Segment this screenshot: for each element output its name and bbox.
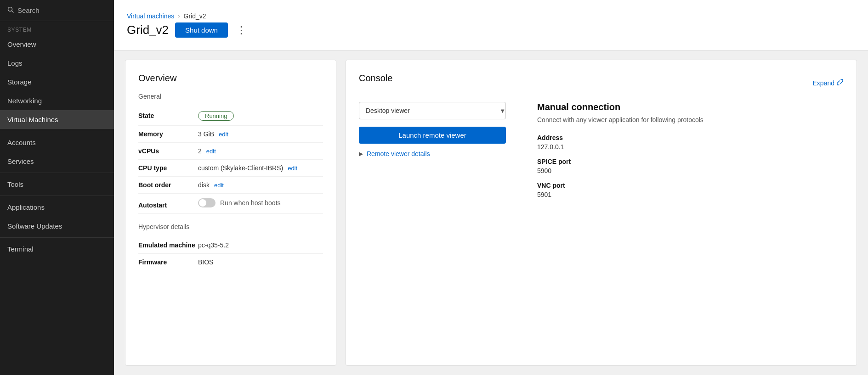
vcpus-value: 2 edit bbox=[198, 147, 216, 155]
state-label: State bbox=[138, 112, 198, 119]
shutdown-button[interactable]: Shut down bbox=[175, 22, 228, 38]
more-options-icon[interactable]: ⋮ bbox=[234, 22, 248, 38]
emulated-machine-row: Emulated machine pc-q35-5.2 bbox=[138, 237, 323, 254]
boot-order-value-text: disk bbox=[198, 181, 210, 189]
breadcrumb-separator: › bbox=[178, 12, 180, 19]
console-card-title: Console bbox=[359, 73, 392, 84]
cpu-type-row: CPU type custom (Skylake-Client-IBRS) ed… bbox=[138, 160, 323, 177]
vnc-port-label: VNC port bbox=[537, 182, 844, 189]
boot-order-value: disk edit bbox=[198, 181, 224, 189]
overview-card-title: Overview bbox=[138, 73, 323, 84]
cpu-type-value-text: custom (Skylake-Client-IBRS) bbox=[198, 164, 283, 172]
viewer-select[interactable]: Desktop viewer bbox=[359, 102, 506, 119]
search-bar[interactable]: Search bbox=[0, 0, 114, 21]
general-section-label: General bbox=[138, 93, 323, 100]
vcpus-edit-link[interactable]: edit bbox=[206, 148, 216, 155]
breadcrumb-current: Grid_v2 bbox=[184, 12, 206, 20]
hypervisor-section-label: Hypervisor details bbox=[138, 223, 323, 230]
expand-button[interactable]: Expand bbox=[813, 78, 844, 87]
boot-order-edit-link[interactable]: edit bbox=[214, 182, 224, 189]
sidebar-divider-1 bbox=[0, 131, 114, 131]
autostart-toggle-label: Run when host boots bbox=[220, 199, 281, 207]
manual-connection-desc: Connect with any viewer application for … bbox=[537, 115, 844, 125]
sidebar-divider-2 bbox=[0, 173, 114, 173]
cpu-type-edit-link[interactable]: edit bbox=[288, 165, 297, 172]
sidebar-item-accounts[interactable]: Accounts bbox=[0, 133, 114, 152]
sidebar-item-storage[interactable]: Storage bbox=[0, 73, 114, 91]
memory-label: Memory bbox=[138, 130, 198, 138]
console-body: Desktop viewer ▼ Launch remote viewer ▶ … bbox=[359, 102, 844, 206]
emulated-machine-label: Emulated machine bbox=[138, 241, 198, 249]
cpu-type-value: custom (Skylake-Client-IBRS) edit bbox=[198, 164, 297, 172]
spice-port-field: SPICE port 5900 bbox=[537, 158, 844, 174]
sidebar-item-networking[interactable]: Networking bbox=[0, 91, 114, 110]
state-value: Running bbox=[198, 111, 234, 121]
expand-icon bbox=[836, 78, 844, 87]
cpu-type-label: CPU type bbox=[138, 164, 198, 172]
search-label: Search bbox=[17, 6, 40, 14]
chevron-right-icon: ▶ bbox=[359, 151, 363, 157]
sidebar: Search System Overview Logs Storage Netw… bbox=[0, 0, 114, 375]
autostart-label: Autostart bbox=[138, 201, 198, 209]
vcpus-label: vCPUs bbox=[138, 147, 198, 155]
manual-connection-title: Manual connection bbox=[537, 102, 844, 112]
content-area: Overview General State Running Memory 3 … bbox=[114, 50, 868, 375]
viewer-select-wrapper: Desktop viewer ▼ bbox=[359, 102, 511, 119]
memory-value: 3 GiB edit bbox=[198, 130, 228, 138]
sidebar-item-tools[interactable]: Tools bbox=[0, 175, 114, 194]
sidebar-item-software-updates[interactable]: Software Updates bbox=[0, 217, 114, 235]
spice-port-value: 5900 bbox=[537, 167, 844, 174]
boot-order-row: Boot order disk edit bbox=[138, 177, 323, 194]
system-section-label: System bbox=[0, 21, 114, 35]
page-header: Virtual machines › Grid_v2 Grid_v2 Shut … bbox=[114, 0, 868, 50]
overview-card: Overview General State Running Memory 3 … bbox=[125, 60, 336, 366]
sidebar-item-terminal[interactable]: Terminal bbox=[0, 240, 114, 258]
firmware-value: BIOS bbox=[198, 258, 213, 266]
sidebar-item-overview[interactable]: Overview bbox=[0, 35, 114, 54]
expand-label: Expand bbox=[813, 79, 834, 87]
emulated-machine-value: pc-q35-5.2 bbox=[198, 241, 229, 249]
sidebar-item-logs[interactable]: Logs bbox=[0, 54, 114, 73]
sidebar-item-virtual-machines[interactable]: Virtual Machines bbox=[0, 110, 114, 129]
manual-connection-panel: Manual connection Connect with any viewe… bbox=[524, 102, 844, 206]
launch-remote-viewer-button[interactable]: Launch remote viewer bbox=[359, 127, 506, 144]
svg-line-1 bbox=[12, 11, 14, 13]
remote-viewer-details-label: Remote viewer details bbox=[367, 150, 430, 157]
vcpus-row: vCPUs 2 edit bbox=[138, 143, 323, 160]
main-content: Virtual machines › Grid_v2 Grid_v2 Shut … bbox=[114, 0, 868, 375]
sidebar-item-applications[interactable]: Applications bbox=[0, 198, 114, 217]
header-actions: Grid_v2 Shut down ⋮ bbox=[127, 22, 855, 38]
address-label: Address bbox=[537, 134, 844, 141]
boot-order-label: Boot order bbox=[138, 181, 198, 189]
state-row: State Running bbox=[138, 106, 323, 126]
console-left-panel: Desktop viewer ▼ Launch remote viewer ▶ … bbox=[359, 102, 524, 206]
sidebar-divider-4 bbox=[0, 237, 114, 238]
autostart-toggle[interactable] bbox=[198, 198, 216, 207]
autostart-row: Autostart Run when host boots bbox=[138, 194, 323, 214]
vnc-port-value: 5901 bbox=[537, 191, 844, 198]
search-icon bbox=[7, 6, 14, 14]
breadcrumb-parent-link[interactable]: Virtual machines bbox=[127, 12, 174, 20]
breadcrumb: Virtual machines › Grid_v2 bbox=[127, 12, 855, 20]
address-value: 127.0.0.1 bbox=[537, 143, 844, 151]
autostart-value: Run when host boots bbox=[198, 198, 281, 207]
memory-value-text: 3 GiB bbox=[198, 130, 214, 138]
sidebar-divider-3 bbox=[0, 196, 114, 196]
memory-edit-link[interactable]: edit bbox=[219, 131, 228, 138]
page-title: Grid_v2 bbox=[127, 23, 169, 37]
memory-row: Memory 3 GiB edit bbox=[138, 126, 323, 143]
vcpus-value-text: 2 bbox=[198, 147, 202, 155]
firmware-label: Firmware bbox=[138, 258, 198, 266]
address-field: Address 127.0.0.1 bbox=[537, 134, 844, 151]
spice-port-label: SPICE port bbox=[537, 158, 844, 165]
sidebar-item-services[interactable]: Services bbox=[0, 152, 114, 171]
running-badge: Running bbox=[198, 111, 234, 121]
firmware-row: Firmware BIOS bbox=[138, 254, 323, 270]
remote-viewer-details-row[interactable]: ▶ Remote viewer details bbox=[359, 150, 511, 157]
console-top-bar: Console Expand bbox=[359, 73, 844, 93]
console-card: Console Expand Desktop viewer bbox=[346, 60, 857, 366]
vnc-port-field: VNC port 5901 bbox=[537, 182, 844, 198]
